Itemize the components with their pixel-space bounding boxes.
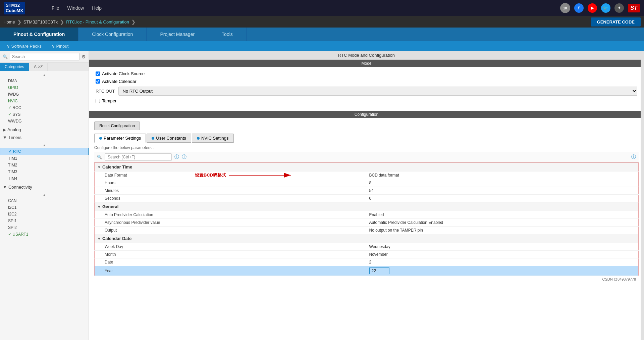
output-name: Output — [95, 227, 367, 234]
data-format-value[interactable]: BCD data format — [367, 172, 639, 179]
sidebar-item-spi2[interactable]: SPI2 — [0, 224, 89, 231]
table-row: Hours 8 — [95, 179, 639, 187]
mode-content: Activate Clock Source Activate Calendar … — [89, 67, 644, 107]
sidebar-item-sys[interactable]: SYS — [0, 111, 89, 118]
network-icon[interactable]: ✦ — [614, 3, 624, 13]
tab-tools[interactable]: Tools — [208, 28, 247, 41]
bottom-credits: CSDN @849879778 — [94, 276, 639, 283]
param-table: ▼ Calendar Time Data Format BCD data for… — [94, 162, 639, 276]
twitter-icon[interactable]: 🐦 — [601, 3, 610, 13]
table-row-year: Year — [95, 266, 639, 276]
sidebar-item-dma[interactable]: DMA — [0, 78, 89, 84]
vertical-scrollbar[interactable] — [641, 51, 644, 340]
activate-calendar-checkbox[interactable] — [96, 79, 100, 84]
logo-area: STM32 CubeMX — [4, 2, 25, 14]
settings-icon[interactable]: ⚙ — [82, 54, 86, 59]
rtc-out-select[interactable]: No RTC Output RTC_AF1 RTC_AF2 — [118, 87, 637, 96]
info-icon-2[interactable]: ⓘ — [182, 154, 186, 160]
tab-project-manager[interactable]: Project Manager — [147, 28, 208, 41]
sidebar-tab-az[interactable]: A->Z — [29, 63, 48, 71]
calendar-time-label: Calendar Time — [102, 164, 132, 169]
param-tab-nvic-settings[interactable]: NVIC Settings — [192, 134, 234, 143]
sidebar-analog-header[interactable]: ▶ Analog — [0, 126, 89, 134]
auto-prediv-value[interactable]: Enabled — [367, 211, 639, 219]
sidebar-item-gpio[interactable]: GPIO — [0, 84, 89, 91]
sidebar-item-rcc[interactable]: RCC — [0, 104, 89, 111]
hours-value[interactable]: 8 — [367, 179, 639, 187]
sidebar-timers-scroll-up[interactable]: ▲ — [0, 143, 89, 148]
param-tab-user-constants[interactable]: User Constants — [147, 134, 191, 143]
sidebar-tab-categories[interactable]: Categories — [0, 63, 29, 71]
tamper-checkbox[interactable] — [96, 99, 100, 103]
sidebar-search-input[interactable] — [10, 53, 79, 60]
seconds-value[interactable]: 0 — [367, 195, 639, 202]
month-name: Month — [95, 251, 367, 258]
param-search-input[interactable] — [105, 153, 172, 161]
sidebar-item-wwdg[interactable]: WWDG — [0, 118, 89, 125]
param-tab-settings[interactable]: Parameter Settings — [94, 134, 146, 143]
facebook-icon[interactable]: f — [574, 3, 584, 13]
sidebar-item-i2c1[interactable]: I2C1 — [0, 204, 89, 211]
param-search-bar: 🔍 ⓘ ⓘ ⓘ — [94, 152, 639, 162]
table-row: Month November — [95, 251, 639, 258]
calendar-date-label: Calendar Date — [102, 236, 131, 241]
sidebar-item-usart1[interactable]: USART1 — [0, 231, 89, 238]
param-tab-user-constants-label: User Constants — [156, 136, 186, 141]
reset-configuration-button[interactable]: Reset Configuration — [94, 122, 140, 130]
sidebar-item-tim1[interactable]: TIM1 — [0, 155, 89, 162]
date-value[interactable]: 2 — [367, 258, 639, 266]
param-tabs: Parameter Settings User Constants NVIC S… — [94, 134, 639, 143]
calendar-time-header: ▼ Calendar Time — [95, 163, 639, 172]
breadcrumb-file[interactable]: RTC.ioc · Pinout & Configuration — [66, 19, 129, 25]
sidebar-item-can[interactable]: CAN — [0, 197, 89, 204]
sidebar-connectivity-section: ▲ CAN I2C1 I2C2 SPI1 SPI2 USART1 — [0, 191, 89, 239]
sidebar-scroll-up[interactable]: ▲ — [0, 72, 89, 78]
rtc-out-row: RTC OUT No RTC Output RTC_AF1 RTC_AF2 — [96, 87, 637, 96]
menu-file[interactable]: File — [52, 5, 59, 11]
sidebar-timers-header[interactable]: ▼ Timers — [0, 134, 89, 141]
sidebar-connectivity-header[interactable]: ▼ Connectivity — [0, 183, 89, 191]
async-prediv-value[interactable]: Automatic Predivider Calculation Enabled — [367, 219, 639, 227]
top-bar-icons: 10 f ▶ 🐦 ✦ ST — [560, 3, 640, 13]
breadcrumb-chip[interactable]: STM32F103C8Tx — [23, 19, 58, 25]
sidebar-item-spi1[interactable]: SPI1 — [0, 217, 89, 224]
rtc-title-bar: RTC Mode and Configuration — [89, 51, 644, 60]
info-icon-3[interactable]: ⓘ — [631, 154, 636, 160]
tab-pinout-configuration[interactable]: Pinout & Configuration — [0, 28, 78, 41]
sidebar-item-tim2[interactable]: TIM2 — [0, 162, 89, 168]
sub-tab-pinout[interactable]: ∨ Pinout — [52, 44, 68, 49]
top-menu: File Window Help — [52, 5, 553, 11]
sub-tab-software-packs[interactable]: ∨ Software Packs — [7, 44, 42, 49]
content-area: 🔍 ⚙ Categories A->Z ▲ DMA GPIO IWDG NVIC… — [0, 51, 644, 340]
table-row: Output No output on the TAMPER pin — [95, 227, 639, 234]
menu-window[interactable]: Window — [67, 5, 84, 11]
tamper-row: Tamper — [96, 98, 637, 103]
sidebar-item-iwdg[interactable]: IWDG — [0, 91, 89, 98]
sidebar-connectivity-scroll-up[interactable]: ▲ — [0, 192, 89, 197]
main-panel: RTC Mode and Configuration Mode Activate… — [89, 51, 644, 340]
breadcrumb: Home ❯ STM32F103C8Tx ❯ RTC.ioc · Pinout … — [0, 16, 644, 28]
menu-help[interactable]: Help — [92, 5, 102, 11]
week-day-value[interactable]: Wednesday — [367, 243, 639, 251]
sidebar-item-rtc[interactable]: ✓ RTC — [0, 148, 89, 155]
st-brand-logo: ST — [628, 4, 640, 12]
year-input[interactable] — [369, 268, 389, 274]
sidebar-item-nvic[interactable]: NVIC — [0, 98, 89, 104]
month-value[interactable]: November — [367, 251, 639, 258]
output-value[interactable]: No output on the TAMPER pin — [367, 227, 639, 234]
generate-code-button[interactable]: GENERATE CODE — [591, 17, 641, 27]
sidebar-item-tim3[interactable]: TIM3 — [0, 168, 89, 175]
hours-name: Hours — [95, 179, 367, 187]
sidebar-item-tim4[interactable]: TIM4 — [0, 175, 89, 182]
search-icon: 🔍 — [3, 54, 8, 59]
info-icon-1[interactable]: ⓘ — [174, 154, 179, 160]
sidebar-item-i2c2[interactable]: I2C2 — [0, 211, 89, 217]
breadcrumb-home[interactable]: Home — [3, 19, 15, 25]
minutes-value[interactable]: 54 — [367, 187, 639, 195]
tab-clock-configuration[interactable]: Clock Configuration — [78, 28, 147, 41]
mode-bar: Mode — [89, 60, 644, 67]
activate-clock-checkbox[interactable] — [96, 71, 100, 76]
youtube-icon[interactable]: ▶ — [588, 3, 597, 13]
configure-label: Configure the below parameters : — [94, 145, 639, 150]
tamper-label: Tamper — [102, 98, 116, 103]
